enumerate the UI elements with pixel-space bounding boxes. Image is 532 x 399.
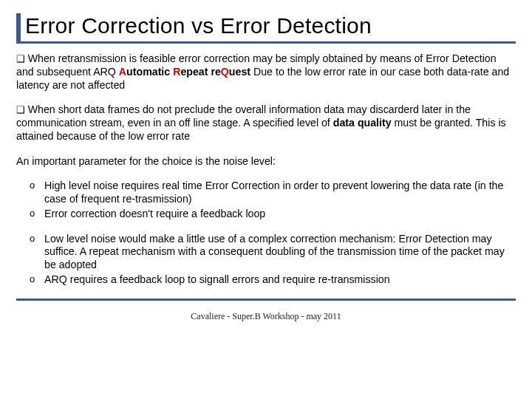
footer-text: Cavaliere - Super.B Workshop - may 2011 bbox=[16, 311, 516, 322]
text: utomatic bbox=[126, 66, 173, 78]
bullet-list-high-noise: High level noise requires real time Erro… bbox=[16, 180, 516, 220]
slide-title: Error Correction vs Error Detection bbox=[25, 13, 516, 38]
arq-r: R bbox=[173, 66, 180, 78]
arq-q: Q bbox=[221, 66, 229, 78]
text: epeat re bbox=[180, 66, 220, 78]
text: uest bbox=[229, 66, 250, 78]
title-bar: Error Correction vs Error Detection bbox=[16, 13, 516, 44]
bullet-list-low-noise: Low level noise would make a little use … bbox=[16, 233, 516, 287]
square-bullet-icon bbox=[16, 103, 28, 115]
list-item: Low level noise would make a little use … bbox=[30, 233, 516, 272]
list-item: High level noise requires real time Erro… bbox=[30, 180, 516, 206]
paragraph-3: An important parameter for the choice is… bbox=[16, 155, 516, 168]
paragraph-1: When retransmission is feasible error co… bbox=[16, 52, 516, 92]
list-item: Error correction doesn't require a feedb… bbox=[30, 208, 516, 221]
square-bullet-icon bbox=[16, 52, 28, 64]
text-bold: data quality bbox=[333, 117, 392, 129]
paragraph-2: When short data frames do not preclude t… bbox=[16, 103, 516, 143]
divider-line bbox=[16, 299, 516, 301]
slide-body: When retransmission is feasible error co… bbox=[16, 52, 516, 287]
arq-a: A bbox=[119, 66, 126, 78]
list-item: ARQ requires a feedback loop to signall … bbox=[30, 273, 516, 287]
